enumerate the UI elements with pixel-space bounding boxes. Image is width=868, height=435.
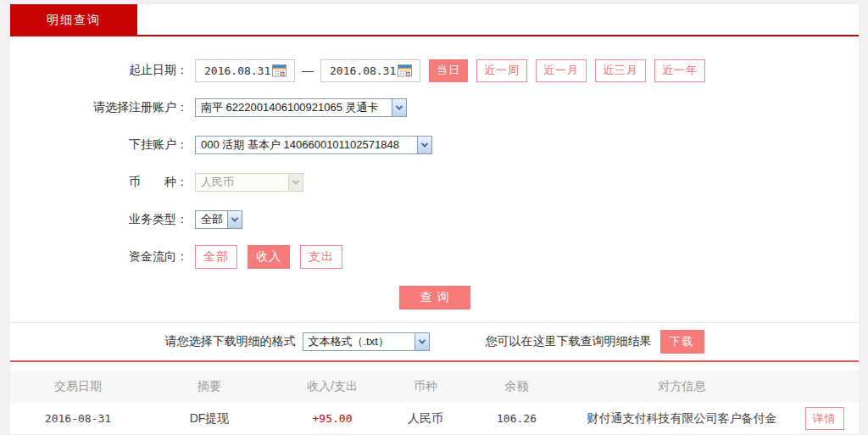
header-currency: 币种 [392, 379, 459, 394]
currency-select: 人民币 [195, 173, 303, 192]
calendar-icon[interactable] [398, 64, 412, 77]
chevron-down-icon[interactable] [415, 333, 429, 350]
cell-balance: 106.26 [459, 412, 574, 425]
download-format-select[interactable]: 文本格式（.txt） [303, 332, 430, 351]
currency-value: 人民币 [196, 175, 288, 190]
download-row: 请您选择下载明细的格式 文本格式（.txt） 您可以在这里下载查询明细结果 下载 [10, 323, 859, 360]
start-date-field[interactable] [195, 59, 295, 82]
header-balance: 余额 [459, 379, 574, 394]
results-table: 交易日期 摘要 收入/支出 币种 余额 对方信息 2016-08-31 DF提现… [10, 371, 859, 435]
quick-range-year-button[interactable]: 近一年 [654, 59, 705, 82]
end-date-input[interactable] [330, 64, 396, 77]
fund-flow-income-button[interactable]: 收入 [248, 245, 290, 269]
chevron-down-icon[interactable] [227, 211, 242, 228]
header-amount: 收入/支出 [273, 379, 392, 394]
cell-date: 2016-08-31 [10, 412, 146, 425]
calendar-icon[interactable] [272, 64, 287, 77]
cell-summary: DF提现 [146, 411, 273, 427]
fund-flow-all-button[interactable]: 全部 [195, 245, 237, 269]
cell-currency: 人民币 [392, 411, 459, 427]
sub-account-value: 000 活期 基本户 1406600101102571848 [196, 137, 417, 153]
date-range-label: 起止日期： [10, 63, 188, 78]
currency-label: 币 种： [10, 175, 188, 190]
table-header-row: 交易日期 摘要 收入/支出 币种 余额 对方信息 [10, 371, 859, 403]
cell-counterparty: 财付通支付科技有限公司客户备付金 [574, 411, 790, 427]
fund-flow-row: 资金流向： 全部 收入 支出 [10, 245, 859, 269]
end-date-field[interactable] [320, 59, 420, 82]
content-panel: 明细查询 起止日期： [10, 4, 859, 431]
register-account-value: 南平 6222001406100921065 灵通卡 [196, 100, 392, 115]
query-form: 起止日期： — [10, 36, 859, 310]
register-account-row: 请选择注册账户： 南平 6222001406100921065 灵通卡 [10, 96, 859, 120]
download-hint: 您可以在这里下载查询明细结果 [486, 334, 652, 349]
date-range-row: 起止日期： — [10, 59, 859, 82]
register-account-label: 请选择注册账户： [10, 100, 188, 115]
cell-amount: +95.00 [273, 412, 392, 425]
business-type-label: 业务类型： [10, 212, 188, 227]
chevron-down-icon[interactable] [417, 137, 431, 153]
sub-account-select[interactable]: 000 活期 基本户 1406600101102571848 [195, 136, 432, 154]
currency-row: 币 种： 人民币 [10, 170, 859, 194]
quick-range-today-button[interactable]: 当日 [429, 59, 468, 82]
detail-button[interactable]: 详情 [805, 407, 844, 430]
fund-flow-expense-button[interactable]: 支出 [300, 245, 342, 269]
query-button[interactable]: 查询 [399, 286, 470, 310]
header-date: 交易日期 [10, 379, 146, 394]
red-divider [10, 360, 859, 362]
business-type-row: 业务类型： 全部 [10, 208, 859, 231]
header-counterparty: 对方信息 [574, 379, 790, 394]
date-separator: — [302, 64, 314, 77]
quick-range-3months-button[interactable]: 近三月 [595, 59, 646, 82]
tab-detail-query[interactable]: 明细查询 [10, 4, 137, 36]
header-summary: 摘要 [146, 379, 273, 394]
download-format-value: 文本格式（.txt） [303, 334, 415, 349]
business-type-select[interactable]: 全部 [195, 210, 242, 229]
download-format-label: 请您选择下载明细的格式 [165, 334, 296, 349]
sub-account-label: 下挂账户： [10, 137, 188, 153]
start-date-input[interactable] [204, 64, 270, 77]
fund-flow-label: 资金流向： [10, 249, 188, 265]
business-type-value: 全部 [196, 212, 227, 227]
chevron-down-icon[interactable] [392, 99, 406, 116]
tab-bar: 明细查询 [10, 4, 859, 36]
chevron-down-icon [288, 174, 303, 191]
download-button[interactable]: 下载 [660, 330, 704, 354]
table-row: 2016-08-31 DF提现 +95.00 人民币 106.26 财付通支付科… [10, 403, 859, 435]
sub-account-row: 下挂账户： 000 活期 基本户 1406600101102571848 [10, 133, 859, 157]
quick-range-month-button[interactable]: 近一月 [536, 59, 587, 82]
register-account-select[interactable]: 南平 6222001406100921065 灵通卡 [195, 98, 407, 117]
quick-range-week-button[interactable]: 近一周 [476, 59, 527, 82]
